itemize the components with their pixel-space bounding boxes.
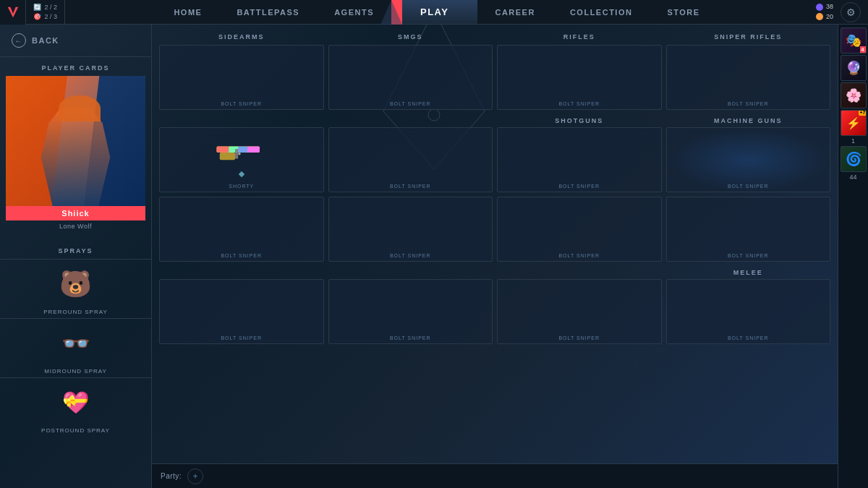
sidearm-slot-3[interactable]: BOLT SNIPER [159, 197, 324, 262]
rifles-header: RIFLES [497, 30, 662, 43]
smg-slot-1[interactable]: BOLT SNIPER [328, 45, 493, 110]
machine-gun-slot-1[interactable]: BOLT SNIPER [666, 127, 831, 192]
party-icon[interactable]: + [187, 468, 203, 484]
nav-collection[interactable]: COLLECTION [553, 0, 650, 24]
weapon-dot [239, 171, 244, 177]
agent-icon-2[interactable]: 🔮 [841, 55, 867, 81]
svg-rect-7 [217, 147, 229, 153]
sidearm-label-4: BOLT SNIPER [221, 335, 262, 341]
sniper-slot-1[interactable]: BOLT SNIPER [666, 45, 831, 110]
shotgun-slot-2[interactable]: BOLT SNIPER [497, 197, 662, 262]
nav-battlepass[interactable]: BATTLEPASS [219, 0, 317, 24]
nav-status: 🔄 2 / 2 🎯 2 / 3 [26, 0, 65, 24]
midround-spray[interactable]: 👓 MIDROUND SPRAY [0, 318, 151, 377]
nav-store[interactable]: STORE [650, 0, 717, 24]
right-sidebar: 🎭 4 🔮 🌸 ⚡ +7 1 🌀 44 [838, 25, 868, 488]
agent-icon-1[interactable]: 🎭 4 [841, 27, 867, 53]
sprays-header: SPRAYS [0, 240, 151, 259]
empty-header-1 [159, 114, 324, 127]
machine-gun-label-2: BOLT SNIPER [728, 253, 769, 258]
shotgun-slot-1[interactable]: BOLT SNIPER [497, 127, 662, 192]
player-card-container: Shiick Lone Wolf [0, 76, 151, 240]
rifle-label-1: BOLT SNIPER [558, 101, 600, 106]
player-card-image [6, 76, 145, 206]
svg-point-13 [239, 153, 241, 155]
sniper-rifles-header: SNIPER RIFLES [666, 30, 831, 43]
smg-label-4: BOLT SNIPER [390, 335, 431, 341]
nav-career[interactable]: CAREER [477, 0, 552, 24]
card-hat [59, 95, 101, 121]
sidearm-label-3: BOLT SNIPER [221, 253, 262, 258]
agent-icon-4[interactable]: ⚡ +7 [841, 110, 867, 136]
shorty-weapon [179, 131, 305, 171]
shotgun-label-2: BOLT SNIPER [558, 253, 600, 258]
preround-label: PREROUND SPRAY [43, 306, 108, 318]
back-arrow-icon: ← [12, 33, 26, 48]
back-button[interactable]: ← BACK [0, 25, 151, 57]
machine-gun-label-1: BOLT SNIPER [728, 184, 769, 189]
bear-emoji: 🐻 [59, 271, 92, 297]
status-line1: 🔄 2 / 2 [33, 3, 57, 12]
smg-slot-2[interactable]: BOLT SNIPER [328, 127, 493, 192]
cat-header-row-1: SIDEARMS SMGS RIFLES SNIPER RIFLES [159, 30, 830, 43]
lips-emoji: 👓 [61, 332, 90, 355]
main-content: ← BACK PLAYER CARDS Shiick Lone Wolf SPR… [0, 25, 868, 488]
agent-icon-3[interactable]: 🌸 [841, 82, 867, 108]
rp-icon [816, 13, 823, 20]
postround-label: POSTROUND SPRAY [41, 424, 110, 437]
sidearm-slot-2[interactable]: SHORTY [159, 127, 324, 192]
settings-button[interactable]: ⚙ [841, 2, 861, 22]
postround-spray-icon: 💝 [54, 381, 98, 424]
sidearm-slot-1[interactable]: BOLT SNIPER [159, 45, 324, 110]
vp-icon [816, 4, 823, 11]
shotgun-label-3: BOLT SNIPER [558, 335, 600, 341]
rifle-slot-1[interactable]: BOLT SNIPER [497, 45, 662, 110]
smg-slot-3[interactable]: BOLT SNIPER [328, 197, 493, 262]
shorty-label: SHORTY [229, 184, 254, 189]
nav-right: 38 20 ⚙ [809, 2, 868, 22]
weapon-row-4: BOLT SNIPER BOLT SNIPER BOLT SNIPER BOLT… [159, 279, 830, 344]
pink-emoji: 💝 [62, 392, 89, 414]
empty-header-4 [328, 266, 493, 279]
preround-spray[interactable]: 🐻 PREROUND SPRAY [0, 259, 151, 318]
vp-amount: 38 [826, 3, 833, 12]
sidearm-slot-4[interactable]: BOLT SNIPER [159, 279, 324, 344]
party-label: Party: [161, 472, 182, 480]
shotgun-slot-3[interactable]: BOLT SNIPER [497, 279, 662, 344]
nav-logo[interactable] [0, 0, 26, 25]
agent-count-5: 44 [849, 174, 856, 181]
smg-label-1: BOLT SNIPER [390, 101, 431, 106]
postround-spray[interactable]: 💝 POSTROUND SPRAY [0, 377, 151, 437]
sniper-label-1: BOLT SNIPER [728, 101, 769, 106]
party-bar: Party: + [152, 463, 838, 488]
shotguns-header: SHOTGUNS [497, 114, 662, 127]
machine-gun-slot-2[interactable]: BOLT SNIPER [666, 197, 831, 262]
melee-label-1: BOLT SNIPER [728, 335, 769, 341]
smg-label-3: BOLT SNIPER [390, 253, 431, 258]
cat-header-row-2: SHOTGUNS MACHINE GUNS [159, 114, 830, 127]
empty-header-3 [159, 266, 324, 279]
machine-guns-header: MACHINE GUNS [666, 114, 831, 127]
svg-rect-10 [247, 147, 260, 153]
svg-rect-12 [235, 149, 238, 159]
weapon-row-3: BOLT SNIPER BOLT SNIPER BOLT SNIPER BOLT… [159, 197, 830, 262]
player-title: Lone Wolf [6, 221, 145, 234]
nav-play[interactable]: PLAY [391, 0, 477, 24]
player-cards-header: PLAYER CARDS [0, 57, 151, 76]
svg-rect-9 [239, 147, 248, 153]
agent-icon-5[interactable]: 🌀 [841, 146, 867, 172]
empty-header-2 [328, 114, 493, 127]
melee-header: MELEE [666, 266, 831, 279]
top-nav: 🔄 2 / 2 🎯 2 / 3 HOME BATTLEPASS AGENTS P… [0, 0, 868, 25]
back-label: BACK [32, 36, 59, 45]
player-name-bar: Shiick [6, 206, 145, 221]
player-card[interactable] [6, 76, 145, 206]
nav-home[interactable]: HOME [156, 0, 219, 24]
weapon-row-1: BOLT SNIPER BOLT SNIPER BOLT SNIPER BOLT… [159, 45, 830, 110]
svg-marker-0 [7, 7, 17, 17]
nav-currency: 38 20 [816, 3, 833, 21]
cat-header-row-3: MELEE [159, 266, 830, 279]
agent-badge-new: +7 [859, 110, 867, 116]
melee-slot-1[interactable]: BOLT SNIPER [666, 279, 831, 344]
smg-slot-4[interactable]: BOLT SNIPER [328, 279, 493, 344]
